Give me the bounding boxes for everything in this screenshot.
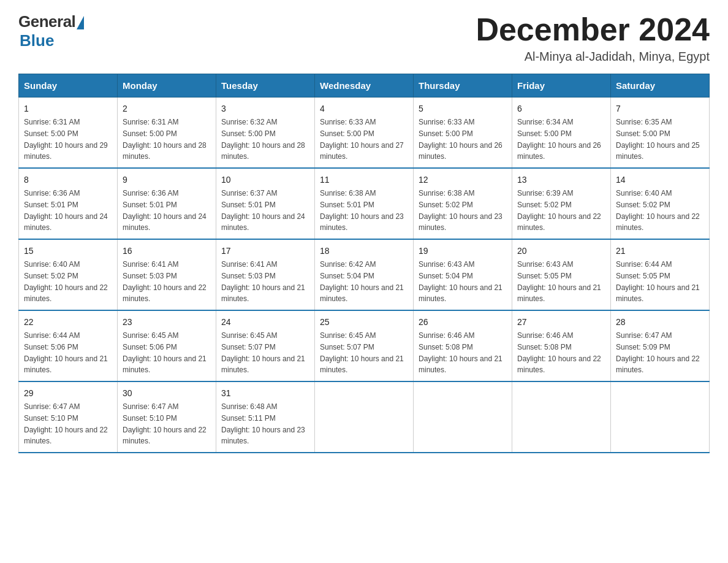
- calendar-body: 1Sunrise: 6:31 AMSunset: 5:00 PMDaylight…: [19, 98, 710, 453]
- calendar-cell: 10Sunrise: 6:37 AMSunset: 5:01 PMDayligh…: [216, 168, 315, 239]
- week-row-4: 22Sunrise: 6:44 AMSunset: 5:06 PMDayligh…: [19, 310, 710, 381]
- calendar-cell: 25Sunrise: 6:45 AMSunset: 5:07 PMDayligh…: [315, 310, 414, 381]
- column-header-monday: Monday: [118, 74, 216, 98]
- day-info: Sunrise: 6:44 AMSunset: 5:05 PMDaylight:…: [616, 260, 700, 303]
- calendar-cell: 2Sunrise: 6:31 AMSunset: 5:00 PMDaylight…: [118, 98, 216, 169]
- day-info: Sunrise: 6:41 AMSunset: 5:03 PMDaylight:…: [123, 260, 207, 303]
- day-number: 28: [616, 316, 704, 329]
- calendar-cell: 16Sunrise: 6:41 AMSunset: 5:03 PMDayligh…: [118, 239, 216, 310]
- calendar-cell: 18Sunrise: 6:42 AMSunset: 5:04 PMDayligh…: [315, 239, 414, 310]
- day-info: Sunrise: 6:43 AMSunset: 5:04 PMDaylight:…: [419, 260, 502, 303]
- day-number: 9: [123, 174, 211, 186]
- calendar-cell: 27Sunrise: 6:46 AMSunset: 5:08 PMDayligh…: [512, 310, 611, 381]
- calendar-cell: 19Sunrise: 6:43 AMSunset: 5:04 PMDayligh…: [414, 239, 512, 310]
- day-number: 21: [616, 245, 704, 258]
- week-row-2: 8Sunrise: 6:36 AMSunset: 5:01 PMDaylight…: [19, 168, 710, 239]
- calendar-cell: 22Sunrise: 6:44 AMSunset: 5:06 PMDayligh…: [19, 310, 118, 381]
- calendar-cell: 29Sunrise: 6:47 AMSunset: 5:10 PMDayligh…: [19, 381, 118, 453]
- day-number: 7: [616, 102, 704, 115]
- day-number: 30: [123, 387, 211, 400]
- day-info: Sunrise: 6:47 AMSunset: 5:09 PMDaylight:…: [616, 331, 700, 374]
- calendar-cell: 15Sunrise: 6:40 AMSunset: 5:02 PMDayligh…: [19, 239, 118, 310]
- calendar-cell: 6Sunrise: 6:34 AMSunset: 5:00 PMDaylight…: [512, 98, 611, 169]
- day-info: Sunrise: 6:41 AMSunset: 5:03 PMDaylight:…: [221, 260, 305, 303]
- day-number: 20: [517, 245, 605, 258]
- calendar-cell: 3Sunrise: 6:32 AMSunset: 5:00 PMDaylight…: [216, 98, 315, 169]
- calendar-cell: 9Sunrise: 6:36 AMSunset: 5:01 PMDaylight…: [118, 168, 216, 239]
- day-info: Sunrise: 6:39 AMSunset: 5:02 PMDaylight:…: [517, 189, 601, 232]
- calendar-cell: [512, 381, 611, 453]
- day-number: 1: [24, 102, 112, 115]
- location-text: Al-Minya al-Jadidah, Minya, Egypt: [476, 50, 710, 64]
- calendar-cell: 23Sunrise: 6:45 AMSunset: 5:06 PMDayligh…: [118, 310, 216, 381]
- day-number: 19: [419, 245, 507, 258]
- day-number: 23: [123, 316, 211, 329]
- day-number: 16: [123, 245, 211, 258]
- calendar-cell: 30Sunrise: 6:47 AMSunset: 5:10 PMDayligh…: [118, 381, 216, 453]
- calendar-cell: 8Sunrise: 6:36 AMSunset: 5:01 PMDaylight…: [19, 168, 118, 239]
- day-number: 8: [24, 174, 112, 186]
- day-number: 17: [221, 245, 309, 258]
- day-info: Sunrise: 6:40 AMSunset: 5:02 PMDaylight:…: [616, 189, 700, 232]
- day-info: Sunrise: 6:46 AMSunset: 5:08 PMDaylight:…: [517, 331, 601, 374]
- day-info: Sunrise: 6:46 AMSunset: 5:08 PMDaylight:…: [419, 331, 502, 374]
- day-info: Sunrise: 6:33 AMSunset: 5:00 PMDaylight:…: [320, 118, 404, 161]
- day-number: 6: [517, 102, 605, 115]
- column-header-thursday: Thursday: [414, 74, 512, 98]
- calendar-cell: 11Sunrise: 6:38 AMSunset: 5:01 PMDayligh…: [315, 168, 414, 239]
- column-header-saturday: Saturday: [611, 74, 710, 98]
- day-info: Sunrise: 6:36 AMSunset: 5:01 PMDaylight:…: [24, 189, 108, 232]
- title-section: December 2024 Al-Minya al-Jadidah, Minya…: [476, 12, 710, 64]
- day-number: 12: [419, 174, 507, 186]
- calendar-cell: 17Sunrise: 6:41 AMSunset: 5:03 PMDayligh…: [216, 239, 315, 310]
- day-info: Sunrise: 6:38 AMSunset: 5:01 PMDaylight:…: [320, 189, 404, 232]
- month-title: December 2024: [476, 12, 710, 47]
- day-number: 22: [24, 316, 112, 329]
- page-header: General Blue December 2024 Al-Minya al-J…: [18, 12, 710, 64]
- day-info: Sunrise: 6:43 AMSunset: 5:05 PMDaylight:…: [517, 260, 601, 303]
- column-header-friday: Friday: [512, 74, 611, 98]
- calendar-cell: 7Sunrise: 6:35 AMSunset: 5:00 PMDaylight…: [611, 98, 710, 169]
- day-info: Sunrise: 6:47 AMSunset: 5:10 PMDaylight:…: [123, 402, 207, 445]
- day-info: Sunrise: 6:44 AMSunset: 5:06 PMDaylight:…: [24, 331, 108, 374]
- day-number: 27: [517, 316, 605, 329]
- day-number: 10: [221, 174, 309, 186]
- day-info: Sunrise: 6:33 AMSunset: 5:00 PMDaylight:…: [419, 118, 502, 161]
- logo: General Blue: [18, 12, 84, 50]
- day-number: 14: [616, 174, 704, 186]
- day-info: Sunrise: 6:31 AMSunset: 5:00 PMDaylight:…: [123, 118, 207, 161]
- calendar-cell: 13Sunrise: 6:39 AMSunset: 5:02 PMDayligh…: [512, 168, 611, 239]
- day-number: 4: [320, 102, 408, 115]
- column-header-wednesday: Wednesday: [315, 74, 414, 98]
- day-number: 5: [419, 102, 507, 115]
- calendar-cell: [315, 381, 414, 453]
- calendar-cell: 20Sunrise: 6:43 AMSunset: 5:05 PMDayligh…: [512, 239, 611, 310]
- day-number: 18: [320, 245, 408, 258]
- calendar-cell: 14Sunrise: 6:40 AMSunset: 5:02 PMDayligh…: [611, 168, 710, 239]
- calendar-cell: [611, 381, 710, 453]
- calendar-cell: 31Sunrise: 6:48 AMSunset: 5:11 PMDayligh…: [216, 381, 315, 453]
- day-number: 24: [221, 316, 309, 329]
- calendar-cell: 28Sunrise: 6:47 AMSunset: 5:09 PMDayligh…: [611, 310, 710, 381]
- day-info: Sunrise: 6:34 AMSunset: 5:00 PMDaylight:…: [517, 118, 601, 161]
- day-info: Sunrise: 6:47 AMSunset: 5:10 PMDaylight:…: [24, 402, 108, 445]
- calendar-cell: 1Sunrise: 6:31 AMSunset: 5:00 PMDaylight…: [19, 98, 118, 169]
- calendar-cell: [414, 381, 512, 453]
- week-row-5: 29Sunrise: 6:47 AMSunset: 5:10 PMDayligh…: [19, 381, 710, 453]
- calendar-cell: 12Sunrise: 6:38 AMSunset: 5:02 PMDayligh…: [414, 168, 512, 239]
- calendar-header: SundayMondayTuesdayWednesdayThursdayFrid…: [19, 74, 710, 98]
- day-number: 2: [123, 102, 211, 115]
- calendar-cell: 5Sunrise: 6:33 AMSunset: 5:00 PMDaylight…: [414, 98, 512, 169]
- week-row-1: 1Sunrise: 6:31 AMSunset: 5:00 PMDaylight…: [19, 98, 710, 169]
- day-info: Sunrise: 6:45 AMSunset: 5:07 PMDaylight:…: [221, 331, 305, 374]
- day-number: 11: [320, 174, 408, 186]
- day-info: Sunrise: 6:32 AMSunset: 5:00 PMDaylight:…: [221, 118, 305, 161]
- day-info: Sunrise: 6:40 AMSunset: 5:02 PMDaylight:…: [24, 260, 108, 303]
- day-info: Sunrise: 6:31 AMSunset: 5:00 PMDaylight:…: [24, 118, 108, 161]
- column-header-tuesday: Tuesday: [216, 74, 315, 98]
- day-info: Sunrise: 6:36 AMSunset: 5:01 PMDaylight:…: [123, 189, 207, 232]
- column-header-sunday: Sunday: [19, 74, 118, 98]
- day-number: 13: [517, 174, 605, 186]
- day-number: 29: [24, 387, 112, 400]
- day-info: Sunrise: 6:35 AMSunset: 5:00 PMDaylight:…: [616, 118, 700, 161]
